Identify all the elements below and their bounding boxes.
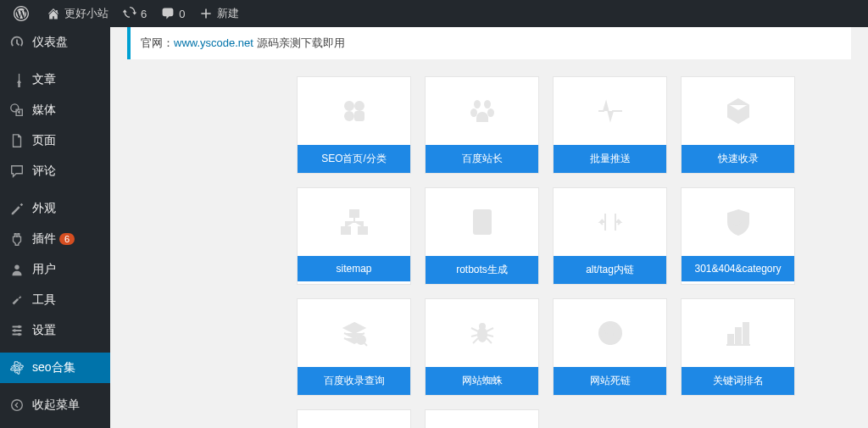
sidebar-item-pages[interactable]: 页面: [0, 125, 110, 156]
card-shield[interactable]: 301&404&category: [681, 187, 795, 285]
svg-point-23: [606, 322, 615, 344]
card-cloud[interactable]: [425, 409, 539, 428]
cloud-icon: [426, 410, 538, 428]
settings-icon: [8, 322, 25, 339]
card-cube[interactable]: 快速收录: [681, 76, 795, 174]
card-hex[interactable]: [297, 409, 411, 428]
hierarchy-icon: [298, 188, 410, 256]
card-grid[interactable]: SEO首页/分类: [297, 76, 411, 174]
card-resize[interactable]: alt/tag内链: [553, 187, 667, 285]
svg-point-3: [14, 329, 17, 332]
svg-point-19: [478, 328, 487, 342]
svg-rect-9: [355, 112, 364, 120]
sidebar-item-label: 工具: [32, 292, 56, 308]
sidebar-item-label: 仪表盘: [32, 35, 68, 50]
svg-point-12: [471, 109, 476, 116]
svg-point-8: [345, 112, 353, 120]
pin-icon: [8, 71, 25, 88]
baidu-icon: [426, 77, 538, 145]
svg-rect-25: [736, 328, 741, 343]
sidebar-item-label: 媒体: [32, 103, 56, 118]
card-label: alt/tag内链: [554, 256, 666, 284]
resize-icon: [554, 188, 666, 256]
bars-icon: [682, 299, 794, 367]
sidebar-item-plugins[interactable]: 插件 6: [0, 224, 110, 254]
sidebar-item-label: 用户: [32, 262, 56, 277]
card-globe[interactable]: 网站死链: [553, 298, 667, 396]
svg-rect-14: [350, 210, 359, 217]
card-label: SEO首页/分类: [298, 145, 410, 173]
dashboard-icon: [8, 34, 25, 51]
notice-link[interactable]: www.yscode.net: [174, 36, 253, 49]
sidebar-item-posts[interactable]: 文章: [0, 64, 110, 95]
sidebar-item-dashboard[interactable]: 仪表盘: [0, 27, 110, 58]
svg-point-5: [12, 400, 23, 411]
collapse-icon: [8, 397, 25, 414]
new-content-item[interactable]: 新建: [192, 0, 246, 27]
card-baidu[interactable]: 百度站长: [425, 76, 539, 174]
svg-rect-26: [743, 323, 748, 343]
shield-icon: [682, 188, 794, 256]
card-pulse[interactable]: 批量推送: [553, 76, 667, 174]
updates-count: 6: [141, 8, 147, 20]
updates-icon: [122, 6, 137, 21]
user-icon: [8, 261, 25, 278]
svg-point-10: [475, 101, 480, 108]
card-spider[interactable]: 网站蜘蛛: [425, 298, 539, 396]
sidebar-item-label: 插件: [32, 231, 56, 247]
svg-point-6: [345, 102, 353, 110]
sidebar-item-seo[interactable]: seo合集: [0, 353, 110, 383]
svg-point-13: [488, 109, 493, 116]
card-label: 网站蜘蛛: [426, 367, 538, 395]
site-name: 更好小站: [64, 6, 108, 21]
sidebar-item-label: 外观: [32, 201, 56, 216]
card-bars[interactable]: 关键词排名: [681, 298, 795, 396]
sidebar-item-label: 文章: [32, 72, 56, 87]
appearance-icon: [8, 200, 25, 217]
site-name-item[interactable]: 更好小站: [39, 0, 115, 27]
sidebar-item-users[interactable]: 用户: [0, 254, 110, 285]
card-label: 快速收录: [682, 145, 794, 173]
updates-item[interactable]: 6: [115, 0, 153, 27]
svg-point-18: [357, 336, 365, 344]
notice-suffix: 源码亲测下载即用: [253, 36, 345, 49]
svg-point-2: [18, 325, 21, 329]
tools-icon: [8, 292, 25, 308]
home-icon: [46, 6, 61, 21]
comments-item[interactable]: 0: [153, 0, 192, 27]
cube-icon: [682, 77, 794, 145]
sidebar-item-settings[interactable]: 设置: [0, 315, 110, 346]
sidebar-item-label: 评论: [32, 164, 56, 179]
comments-icon: [160, 6, 175, 21]
wp-logo-item[interactable]: [7, 0, 39, 27]
sidebar-item-comments[interactable]: 评论: [0, 156, 110, 186]
hex-icon: [298, 410, 410, 428]
sidebar-item-media[interactable]: 媒体: [0, 95, 110, 125]
card-doc[interactable]: rotbots生成: [425, 187, 539, 285]
card-label: 网站死链: [554, 367, 666, 395]
card-label: rotbots生成: [426, 256, 538, 284]
card-hierarchy[interactable]: sitemap: [297, 187, 411, 285]
card-label: sitemap: [298, 256, 410, 281]
doc-icon: [426, 188, 538, 256]
sidebar-item-label: seo合集: [32, 360, 75, 375]
svg-rect-16: [359, 227, 367, 234]
card-label: 百度收录查询: [298, 367, 410, 395]
sidebar-item-tools[interactable]: 工具: [0, 285, 110, 315]
wordpress-icon: [14, 6, 29, 21]
card-layers[interactable]: 百度收录查询: [297, 298, 411, 396]
svg-point-11: [485, 101, 490, 108]
sidebar-item-collapse[interactable]: 收起菜单: [0, 390, 110, 420]
plus-icon: [198, 6, 214, 21]
comments-count: 0: [179, 8, 185, 20]
svg-point-7: [355, 102, 364, 110]
new-label: 新建: [217, 6, 239, 21]
admin-sidebar: 仪表盘 文章 媒体 页面 评论 外观 插件 6: [0, 27, 110, 428]
sidebar-item-appearance[interactable]: 外观: [0, 193, 110, 224]
card-label: 百度站长: [426, 145, 538, 173]
gear-icon: [8, 359, 25, 376]
plugins-badge: 6: [59, 233, 75, 245]
notice-banner: 官网：www.yscode.net 源码亲测下载即用: [127, 27, 851, 59]
sidebar-item-label: 页面: [32, 133, 56, 148]
globe-icon: [554, 299, 666, 367]
